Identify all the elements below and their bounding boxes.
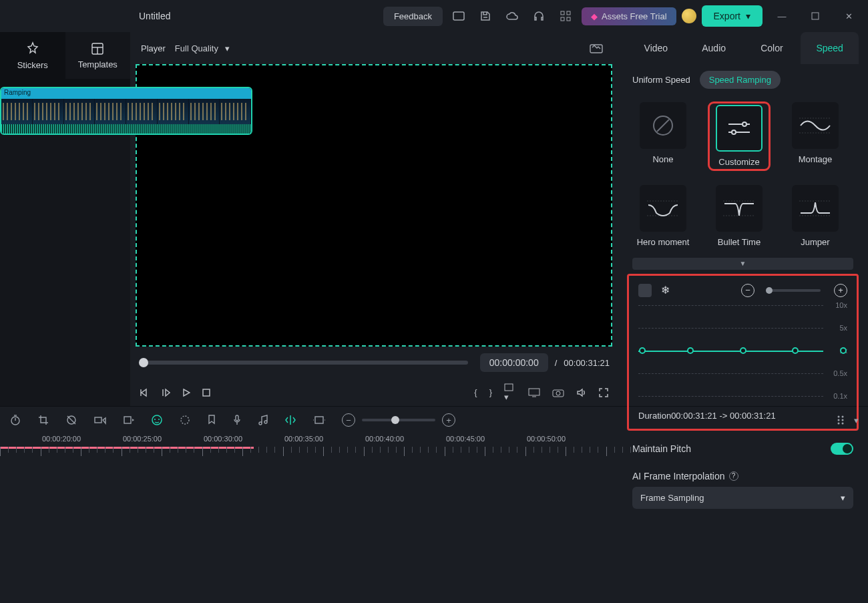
tab-audio[interactable]: Audio [685, 32, 743, 64]
tab-color[interactable]: Color [743, 32, 801, 64]
svg-rect-2 [567, 11, 570, 15]
timeline-zoom-in[interactable]: + [442, 413, 455, 427]
svg-rect-0 [453, 12, 464, 20]
subtab-uniform-speed[interactable]: Uniform Speed [632, 75, 690, 85]
gem-icon: ◆ [591, 11, 598, 21]
svg-rect-39 [236, 415, 238, 421]
tab-templates[interactable]: Templates [65, 32, 131, 79]
svg-rect-33 [95, 417, 101, 423]
save-icon[interactable] [475, 5, 496, 27]
zoom-out-button[interactable]: − [741, 284, 754, 297]
grid-icon[interactable] [555, 5, 576, 27]
project-title: Untitled [139, 11, 170, 21]
preset-hero-moment[interactable]: Hero moment [632, 185, 694, 248]
scrub-bar[interactable] [144, 361, 468, 365]
fullscreen-icon[interactable] [599, 388, 608, 397]
subtab-speed-ramping[interactable]: Speed Ramping [700, 71, 781, 89]
svg-point-43 [838, 419, 840, 421]
timeline-menu-icon[interactable]: ▾ [854, 415, 859, 425]
info-icon[interactable]: ? [729, 471, 738, 481]
speed-graph[interactable]: 10x 5x 1x 0.5x 0.1x [638, 305, 847, 405]
stop-button[interactable] [202, 389, 210, 397]
keyframe-icon[interactable] [93, 415, 107, 425]
svg-point-46 [842, 419, 844, 421]
volume-icon[interactable] [576, 388, 587, 397]
prev-frame-button[interactable] [140, 388, 149, 397]
mask-icon[interactable] [65, 414, 77, 426]
chevron-down-icon: ▾ [225, 43, 230, 53]
audio-tool-icon[interactable] [258, 414, 268, 426]
svg-point-15 [556, 391, 560, 395]
marker-icon[interactable] [207, 414, 216, 426]
assets-trial-button[interactable]: ◆Assets Free Trial [582, 7, 676, 25]
color-tool-icon[interactable] [179, 414, 191, 426]
maximize-button[interactable] [801, 5, 829, 27]
properties-panel: Video Audio Color Speed Uniform Speed Sp… [618, 32, 868, 406]
theme-icon[interactable] [682, 9, 696, 23]
svg-point-37 [158, 419, 160, 420]
duration-display: Duration00:00:31:21 -> 00:00:31:21 [638, 411, 847, 421]
ai-frame-label: AI Frame Interpolation ? [622, 463, 864, 483]
zoom-in-button[interactable]: + [834, 284, 847, 297]
track-view-icon[interactable] [837, 415, 846, 425]
timeline-zoom-out[interactable]: − [342, 413, 355, 427]
frame-sampling-select[interactable]: Frame Sampling ▾ [632, 487, 853, 509]
cloud-icon[interactable] [501, 5, 523, 27]
display-icon[interactable] [528, 388, 540, 397]
preset-montage[interactable]: Montage [785, 102, 846, 170]
mark-in-icon[interactable]: { [474, 387, 477, 397]
svg-point-44 [838, 423, 840, 425]
feedback-button[interactable]: Feedback [383, 7, 443, 26]
play-pause-button[interactable] [161, 388, 170, 397]
svg-point-45 [842, 416, 844, 418]
ai-tool-icon[interactable] [151, 414, 163, 426]
tab-speed[interactable]: Speed [801, 32, 859, 64]
close-button[interactable]: ✕ [835, 5, 863, 27]
crop-icon[interactable] [37, 414, 49, 426]
expand-presets[interactable]: ▼ [632, 258, 853, 270]
stickers-icon [25, 41, 40, 56]
camera-icon[interactable] [552, 388, 564, 397]
play-button[interactable] [182, 388, 190, 397]
time-separator: / [555, 358, 558, 368]
timer-icon[interactable] [9, 414, 21, 426]
keyframe-toggle[interactable] [638, 284, 652, 297]
snapshot-icon[interactable] [586, 37, 607, 59]
total-time: 00:00:31:21 [564, 358, 610, 368]
timeline-clip[interactable]: Ramping [0, 87, 252, 135]
minimize-button[interactable]: — [768, 5, 796, 27]
preset-customize[interactable]: Customize [708, 102, 770, 170]
timeline-zoom-slider[interactable] [362, 419, 435, 421]
ratio-select[interactable]: ▾ [504, 383, 516, 402]
svg-point-38 [181, 416, 189, 424]
freeze-icon[interactable]: ❄ [661, 284, 670, 296]
layout-icon[interactable] [448, 5, 469, 27]
svg-point-19 [742, 122, 746, 126]
fit-icon[interactable] [312, 415, 326, 425]
preset-none[interactable]: None [632, 102, 694, 170]
preset-jumper[interactable]: Jumper [785, 185, 846, 248]
zoom-slider[interactable] [768, 289, 821, 292]
chevron-down-icon: ▾ [841, 493, 845, 503]
svg-rect-9 [590, 45, 602, 53]
svg-rect-10 [203, 389, 210, 396]
mark-out-icon[interactable]: } [489, 387, 492, 397]
svg-rect-12 [529, 389, 539, 395]
split-icon[interactable] [284, 414, 296, 426]
svg-rect-11 [505, 384, 513, 391]
svg-line-17 [657, 120, 669, 132]
tab-stickers[interactable]: Stickers [0, 32, 65, 79]
preset-bullet-time[interactable]: Bullet Time [708, 185, 770, 248]
speed-ramp-editor: ❄ − + 10x 5x 1x 0.5x 0.1x [627, 274, 859, 431]
voiceover-icon[interactable] [232, 414, 242, 426]
svg-point-21 [732, 130, 736, 134]
svg-rect-5 [812, 13, 819, 19]
chevron-down-icon: ▾ [746, 11, 750, 21]
timeline-ruler[interactable]: 00:00:20:00 00:00:25:00 00:00:30:00 00:0… [0, 435, 868, 460]
headphones-icon[interactable] [528, 5, 550, 27]
speed-tool-icon[interactable] [123, 415, 135, 425]
clip-label: Ramping [1, 88, 251, 99]
quality-select[interactable]: Full Quality▾ [175, 43, 230, 53]
export-button[interactable]: Export▾ [702, 5, 763, 27]
tab-video[interactable]: Video [627, 32, 685, 64]
